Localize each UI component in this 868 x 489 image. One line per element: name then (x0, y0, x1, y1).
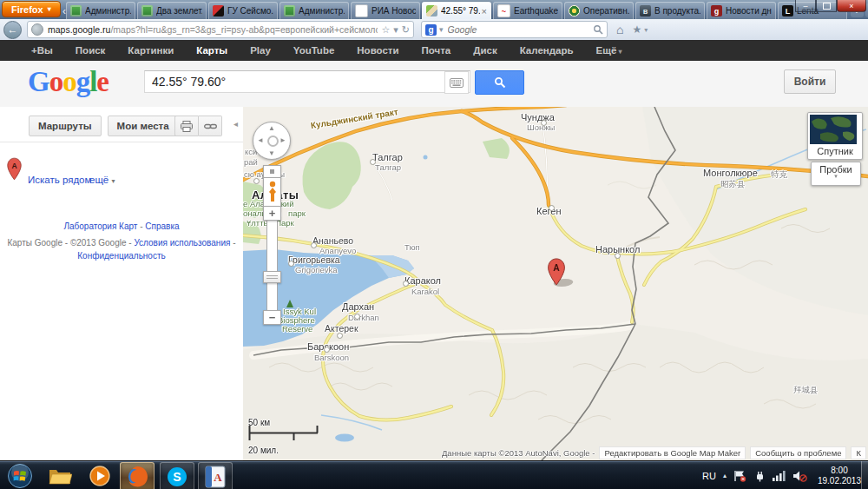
search-icon[interactable] (593, 24, 603, 35)
search-nearby-link[interactable]: Искать рядом (28, 175, 91, 185)
map-marker-a[interactable]: A (547, 258, 566, 289)
browser-search-box[interactable]: g ▾ (421, 21, 608, 38)
pan-center-icon[interactable] (267, 135, 279, 147)
help-link[interactable]: Справка (145, 221, 179, 231)
pegman-slot-button[interactable] (263, 165, 281, 178)
show-desktop-button[interactable] (861, 461, 868, 489)
windows-taskbar: S A RU ▴ (0, 460, 868, 489)
map-canvas[interactable]: ксирайсю ауданыКульджинский трактЧунджаШ… (243, 107, 868, 460)
skype-icon[interactable]: S (160, 462, 194, 489)
gbar-item-ещё[interactable]: Ещё ▾ (596, 45, 622, 56)
close-button[interactable]: × (837, 0, 866, 12)
url-bar[interactable]: maps.google.ru /maps?hl=ru&gs_rn=3&gs_ri… (27, 21, 414, 38)
gbar-item-карты[interactable]: Карты (196, 45, 227, 56)
redblack-favicon (213, 5, 224, 17)
zoom-in-button[interactable]: + (263, 206, 281, 221)
gbar-item-play[interactable]: Play (250, 45, 271, 56)
routes-button[interactable]: Маршруты (29, 116, 102, 136)
maps-search-input[interactable] (144, 70, 470, 93)
action-center-flag-icon[interactable] (733, 470, 746, 482)
clipped-link[interactable]: К (851, 446, 866, 459)
browser-tab[interactable]: 42.55° 79...× (422, 2, 491, 19)
lenta-favicon: L (782, 5, 793, 17)
url-domain: maps.google.ru (48, 24, 110, 35)
site-identity-icon[interactable] (31, 23, 43, 36)
url-dropdown-icon[interactable]: ▾ (393, 24, 398, 36)
more-link[interactable]: ещё ▾ (89, 175, 115, 185)
pegman-icon[interactable] (263, 177, 281, 207)
maximize-button[interactable] (816, 0, 837, 12)
bookmark-star-icon[interactable]: ☆ (381, 24, 390, 36)
tab-title: Оперативн... (583, 6, 629, 16)
start-button[interactable] (3, 462, 36, 489)
privacy-link[interactable]: Конфиденциальность (77, 251, 165, 261)
zoom-slider-track[interactable] (266, 220, 278, 312)
terms-link[interactable]: Условия использования (134, 238, 230, 248)
map-attribution: Данные карты ©2013 AutoNavi, Google - Ре… (442, 446, 866, 459)
browser-tab[interactable]: ~Earthquake ... (493, 2, 562, 19)
map-maker-link[interactable]: Редактировать в Google Map Maker (599, 446, 746, 459)
maps-search-button[interactable] (475, 70, 524, 95)
document-app-icon[interactable]: A (198, 462, 233, 489)
tab-title: Новости дн... (726, 6, 772, 16)
print-icon[interactable] (174, 116, 199, 136)
network-signal-icon[interactable] (773, 470, 786, 481)
gbar-item-почта[interactable]: Почта (422, 45, 451, 56)
browser-toolbar: ← maps.google.ru /maps?hl=ru&gs_rn=3&gs_… (0, 19, 868, 41)
pan-up-icon[interactable]: ▲ (268, 124, 275, 132)
collapse-panel-icon[interactable]: ◂ (233, 119, 238, 129)
search-engine-dropdown-icon[interactable]: ▾ (439, 25, 444, 34)
map-pan-control[interactable]: ▲ ▼ ◄ ► (253, 122, 291, 160)
zoom-slider-handle[interactable] (263, 271, 281, 283)
tab-close-icon[interactable]: × (482, 6, 487, 17)
maps-labs-link[interactable]: Лаборатория Карт (63, 221, 137, 231)
browser-search-input[interactable] (446, 23, 593, 36)
sign-in-button[interactable]: Войти (784, 69, 836, 94)
hidden-icons-icon[interactable]: ▴ (723, 472, 727, 479)
result-marker-pin[interactable]: A (7, 157, 22, 184)
scale-miles-label: 20 мил. (248, 446, 279, 455)
gbar-item-диск[interactable]: Диск (473, 45, 496, 56)
firefox-menu-button[interactable]: Firefox ▾ (2, 1, 61, 17)
pan-left-icon[interactable]: ◄ (257, 136, 264, 144)
virtual-keyboard-icon[interactable] (444, 71, 469, 94)
gbar-item-календарь[interactable]: Календарь (520, 45, 574, 56)
power-plug-icon[interactable] (753, 470, 766, 482)
gbar-item-youtube[interactable]: YouTube (293, 45, 334, 56)
link-icon[interactable] (199, 116, 222, 136)
traffic-button[interactable]: Пробки ▾ (811, 162, 861, 186)
reload-icon[interactable]: ↻ (402, 24, 410, 36)
back-button[interactable]: ← (3, 21, 22, 39)
gbar-item-вы[interactable]: +Вы (31, 45, 53, 56)
gbar-item-картинки[interactable]: Картинки (128, 45, 174, 56)
gbar-item-новости[interactable]: Новости (357, 45, 398, 56)
minimize-button[interactable]: – (795, 0, 816, 12)
volume-muted-icon[interactable] (792, 470, 807, 482)
media-player-icon[interactable] (83, 462, 116, 489)
browser-tab[interactable]: Администр... (66, 2, 135, 19)
browser-tab[interactable]: вВ продукта... (635, 2, 705, 19)
browser-tab[interactable]: Оперативн... (564, 2, 634, 19)
tab-title: В продукта... (654, 6, 700, 16)
browser-tab[interactable]: ГУ Сейсмо... (208, 2, 278, 19)
browser-tab[interactable]: Два землет... (137, 2, 207, 19)
zoom-out-button[interactable]: − (263, 310, 281, 325)
pan-right-icon[interactable]: ► (279, 136, 286, 144)
bookmarks-menu-icon[interactable]: ★ ▾ (632, 23, 648, 36)
browser-tab[interactable]: gНовости дн... (707, 2, 776, 19)
copyright-text: Карты Google - ©2013 Google - (7, 238, 134, 248)
explorer-icon[interactable] (43, 462, 76, 489)
tab-title: Два землет... (156, 6, 202, 16)
browser-tab[interactable]: Администр... (279, 2, 349, 19)
report-problem-link[interactable]: Сообщить о проблеме (750, 446, 846, 459)
my-places-button[interactable]: Мои места (108, 116, 179, 136)
search-engine-icon[interactable]: g (425, 24, 437, 36)
browser-tab[interactable]: РИА Новос... (351, 2, 420, 19)
satellite-view-button[interactable]: Спутник (807, 112, 863, 160)
pan-down-icon[interactable]: ▼ (268, 149, 275, 157)
gbar-item-поиск[interactable]: Поиск (76, 45, 106, 56)
taskbar-clock[interactable]: 8:00 19.02.2013 (818, 466, 861, 486)
language-indicator[interactable]: RU (702, 471, 716, 481)
firefox-icon[interactable] (120, 462, 155, 489)
home-icon[interactable]: ⌂ (616, 23, 623, 36)
